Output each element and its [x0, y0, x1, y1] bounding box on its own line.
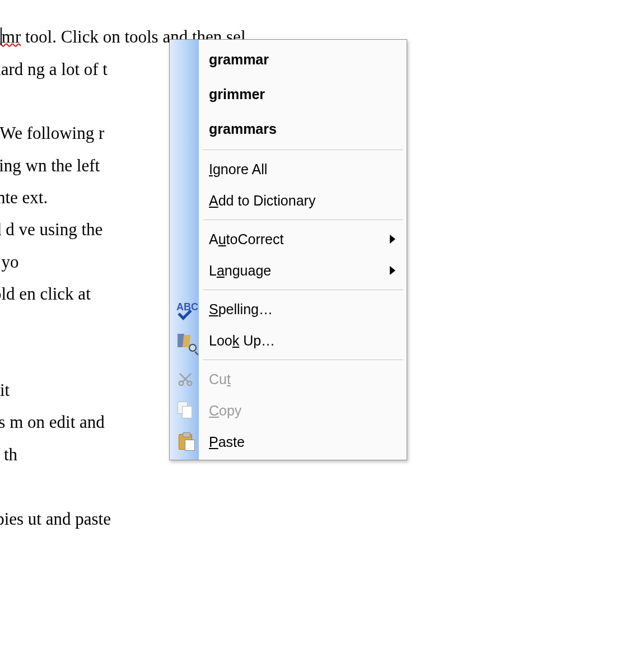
menu-item-label: Paste — [209, 429, 395, 455]
paste-icon — [175, 432, 195, 452]
chevron-right-icon — [390, 266, 395, 275]
menu-item-label: Language — [209, 258, 384, 283]
cut-item: Cut — [171, 363, 405, 395]
paste-item[interactable]: Paste — [171, 426, 405, 458]
menu-item-label: Copy — [209, 398, 395, 423]
spelling-item[interactable]: ABC Spelling… — [171, 293, 405, 325]
chevron-right-icon — [390, 235, 395, 244]
menu-separator — [203, 290, 403, 290]
menu-item-label: grimmer — [209, 81, 395, 107]
lookup-icon — [175, 330, 195, 351]
suggestion-item-grammar[interactable]: grammar — [171, 42, 405, 77]
ignore-all-item[interactable]: Ignore All — [171, 153, 405, 185]
menu-separator — [203, 220, 403, 220]
misspelled-word[interactable]: grammr — [0, 27, 21, 46]
menu-separator — [203, 150, 403, 150]
doc-line: ct one. — [0, 0, 634, 21]
menu-item-label: Look Up… — [209, 328, 395, 353]
menu-separator — [203, 360, 403, 360]
language-item[interactable]: Language — [171, 255, 405, 286]
suggestion-item-grimmer[interactable]: grimmer — [171, 77, 405, 111]
copy-icon — [175, 400, 195, 421]
spelling-context-menu: grammar grimmer grammars Ignore All Add … — [169, 39, 407, 460]
menu-item-label: Cut — [209, 366, 395, 392]
autocorrect-item[interactable]: AutoCorrect — [171, 223, 405, 255]
scissors-icon — [175, 369, 195, 389]
doc-text-fragment: key and th — [0, 445, 17, 464]
menu-item-label: AutoCorrect — [209, 226, 384, 252]
menu-item-label: Spelling… — [209, 296, 395, 322]
doc-line: duce many copies ut and paste — [0, 503, 634, 535]
menu-item-label: grammar — [209, 46, 395, 72]
text-cursor — [1, 27, 2, 45]
copy-item: Copy — [171, 395, 405, 426]
add-to-dictionary-item[interactable]: Add to Dictionary — [171, 185, 405, 216]
menu-item-label: grammars — [209, 116, 395, 142]
doc-heading: ion — [0, 470, 634, 502]
lookup-item[interactable]: Look Up… — [171, 325, 405, 356]
menu-item-label: Ignore All — [209, 156, 395, 182]
menu-item-label: Add to Dictionary — [209, 188, 395, 213]
spelling-check-icon: ABC — [175, 299, 195, 319]
suggestion-item-grammars[interactable]: grammars — [171, 111, 405, 146]
